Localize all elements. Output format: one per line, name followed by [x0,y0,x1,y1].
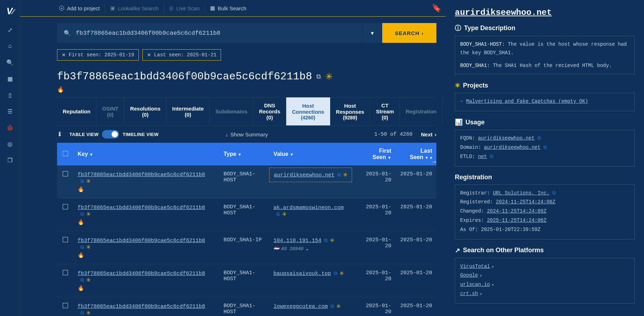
value-link[interactable]: lowexeggcutea.com [273,304,328,310]
copy-icon[interactable]: ⧉ [331,303,334,309]
table-row[interactable]: fb3f78865eac1bdd3406f00b9cae5c6cdf6211b8… [57,198,436,231]
copy-icon[interactable]: ⧉ [316,73,321,80]
live-scan-button[interactable]: ◎ Live Scan [164,3,205,13]
page-title: fb3f78865eac1bdd3406f00b9cae5c6cdf6211b8 [57,70,312,83]
row-checkbox[interactable] [63,303,68,308]
fqdn-link[interactable]: aurirdikseewhoo.net [478,135,535,141]
col-last-seen[interactable]: Last Seen▼▾ [396,143,436,165]
first-seen: 2025-01-20 [358,198,396,231]
bug-icon[interactable]: 🐞 [2,120,17,135]
table-row[interactable]: fb3f78865eac1bdd3406f00b9cae5c6cdf6211b8… [57,231,436,264]
tab-osint[interactable]: OSINT (0) [96,97,124,125]
select-all-checkbox[interactable] [63,151,68,156]
chip-first-seen[interactable]: ✕ First seen: 2025-01-19 [57,49,139,61]
last-seen: 2025-01-20 [396,264,436,297]
flame-icon: 🔥 [78,285,84,291]
table-row[interactable]: fb3f78865eac1bdd3406f00b9cae5c6cdf6211b8… [57,264,436,297]
target-icon: ◎ [169,5,174,11]
col-type[interactable]: Type▼ [219,143,269,165]
registered-link[interactable]: 2024-11-25T14:24:06Z [496,199,555,205]
project-link[interactable]: Malvertising and Fake Captchas (empty OK… [466,98,588,104]
grid-icon[interactable]: ▦ [2,71,17,86]
tab-intermediate[interactable]: Intermediate (0) [166,97,210,125]
key-link[interactable]: fb3f78865eac1bdd3406f00b9cae5c6cdf6211b8 [78,205,205,211]
value-link[interactable]: ak.ardsmamoswineon.com [273,205,344,211]
copy-icon[interactable]: ⧉ [337,172,341,178]
tab-dns[interactable]: DNS Records (0) [253,97,286,125]
copy-icon[interactable]: ⧉ [334,270,337,276]
copy-icon[interactable]: ⧉ [324,237,328,243]
copy-icon[interactable]: ⧉ [80,211,84,217]
expires-link[interactable]: 2025-11-25T14:24:06Z [487,218,547,223]
asterisk-icon: ✳ [86,211,91,218]
tab-reputation[interactable]: Reputation [57,97,96,125]
target-icon[interactable]: ◎ [2,136,17,151]
detail-title[interactable]: aurirdikseewhoo.net [455,8,635,17]
home-icon[interactable]: ⌂ [2,39,17,53]
bookmark-icon[interactable]: 🔖 [432,4,441,13]
copy-icon[interactable]: ⧉ [276,211,280,217]
copy-icon[interactable]: ⧉ [80,310,84,316]
etld-link[interactable]: net [478,154,487,159]
row-checkbox[interactable] [63,204,68,209]
row-checkbox[interactable] [63,171,68,176]
external-icon: ↗ [491,282,494,287]
value-link[interactable]: aurirdikseewhoo.net [274,172,334,178]
tab-resolutions[interactable]: Resolutions (0) [124,97,166,125]
copy-icon[interactable]: ⧉ [552,190,556,196]
copy-icon[interactable]: ⧉ [543,145,547,150]
col-first-seen[interactable]: First Seen▼ [358,143,396,165]
registrar-link[interactable]: URL Solutions, Inc. [493,190,549,196]
show-summary-button[interactable]: ↓ Show Summary [226,131,268,137]
search-icon[interactable]: 🔍 [2,55,17,70]
copy-icon[interactable]: ⧉ [80,244,84,250]
book-icon[interactable]: ▯ [2,88,17,102]
changed-link[interactable]: 2024-11-25T14:24:09Z [487,208,547,214]
search-button[interactable]: SEARCH › [382,23,436,43]
tab-host-connections[interactable]: Host Connections (4260) [286,97,330,125]
close-icon[interactable]: ✕ [62,52,66,58]
value-link[interactable]: baupsaisaivouk.top [273,271,331,277]
view-switch[interactable] [102,130,119,139]
search-input[interactable] [76,30,356,36]
type-cell: BODY_SHA1-HOST [219,297,269,316]
lookalike-search-button[interactable]: ▣ Lookalike Search [105,3,164,13]
download-icon[interactable]: ⬇ [57,130,62,138]
tab-registration[interactable]: Registration [400,97,443,125]
row-checkbox[interactable] [63,270,68,275]
table-row[interactable]: fb3f78865eac1bdd3406f00b9cae5c6cdf6211b8… [57,297,436,316]
tab-subdomains[interactable]: Subdomains [210,97,253,125]
chip-last-seen[interactable]: ✕ Last seen: 2025-01-21 [142,49,221,61]
add-to-project-button[interactable]: + Add to project [57,3,105,13]
copy-icon[interactable]: ⧉ [537,135,541,141]
domain-link[interactable]: aurirdikseewhoo.net [484,145,541,150]
col-key[interactable]: Key▼ [73,143,219,165]
bulk-search-button[interactable]: ▦ Bulk Search [205,3,252,13]
table-row[interactable]: fb3f78865eac1bdd3406f00b9cae5c6cdf6211b8… [57,165,436,198]
next-button[interactable]: Next › [421,131,436,137]
copy-icon[interactable]: ⧉ [80,178,84,184]
key-link[interactable]: fb3f78865eac1bdd3406f00b9cae5c6cdf6211b8 [78,238,205,244]
copy-stack-icon[interactable]: ❐ [2,153,17,168]
value-link[interactable]: 104.110.191.154 [273,238,321,244]
external-link[interactable]: Google [460,272,478,278]
copy-icon[interactable]: ⧉ [490,154,493,159]
external-link[interactable]: urlscan.io [460,282,490,287]
row-checkbox[interactable] [63,237,68,242]
tab-host-responses[interactable]: Host Responses (9289) [330,97,370,125]
type-cell: BODY_SHA1-IP [219,231,269,264]
external-link[interactable]: VirusTotal [460,264,490,269]
copy-icon[interactable]: ⧉ [80,277,84,283]
col-value[interactable]: Value▼ [269,143,358,165]
list-icon[interactable]: ☰ [2,104,17,119]
key-link[interactable]: fb3f78865eac1bdd3406f00b9cae5c6cdf6211b8 [78,172,205,178]
filter-button[interactable]: ▾ [362,23,382,43]
expand-arrow-icon[interactable]: → [431,158,437,166]
external-link[interactable]: crt.sh [460,291,478,297]
key-link[interactable]: fb3f78865eac1bdd3406f00b9cae5c6cdf6211b8 [78,271,205,277]
type-cell: BODY_SHA1-HOST [219,264,269,297]
tab-ct-stream[interactable]: CT Stream (0) [370,97,400,125]
expand-icon[interactable]: ⤢ [2,22,17,37]
close-icon[interactable]: ✕ [147,52,151,58]
key-link[interactable]: fb3f78865eac1bdd3406f00b9cae5c6cdf6211b8 [78,304,205,310]
